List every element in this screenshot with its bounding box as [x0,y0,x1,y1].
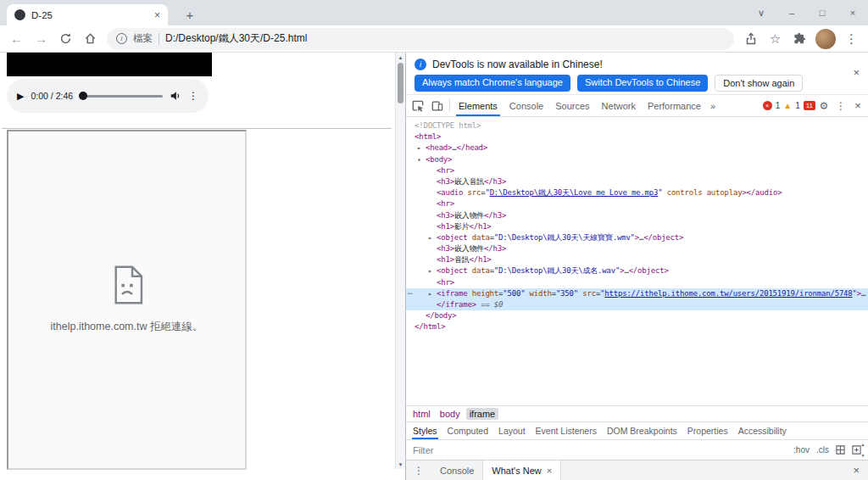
device-toolbar-icon[interactable] [427,95,447,116]
audio-menu-icon[interactable]: ⋮ [188,90,198,102]
tree-node[interactable]: </iframe> == $0 [406,299,868,310]
dom-breadcrumb: html body iframe [406,405,868,421]
scroll-down-icon[interactable]: ▼ [858,451,868,460]
breadcrumb-iframe[interactable]: iframe [466,408,499,420]
expand-arrow-icon[interactable]: ▸ [417,142,421,153]
devtools-menu-icon[interactable]: ⋮ [832,100,849,112]
browser-menu-icon[interactable]: ⋮ [840,27,863,50]
tab-console[interactable]: Console [504,95,549,116]
url-text[interactable]: D:/Desktop/鐵人30天/D-25.html [165,31,307,46]
tree-node[interactable]: ▸<head>…</head> [406,142,868,153]
tree-node[interactable]: <h3>嵌入物件</h3> [406,243,868,254]
switch-to-chinese-button[interactable]: Switch DevTools to Chinese [577,75,708,92]
tab-network[interactable]: Network [596,95,642,116]
tree-node[interactable]: </body> [406,310,868,321]
hover-state-toggle[interactable]: :hov [793,445,810,455]
drawer-tab-close-icon[interactable]: × [547,466,552,476]
expand-arrow-icon[interactable]: ▸ [428,265,432,276]
class-toggle[interactable]: .cls [816,445,829,455]
settings-gear-icon[interactable]: ⚙ [815,100,832,112]
drawer-tab-whats-new[interactable]: What's New × [482,460,561,480]
devtools-drawer: ⋮ Console What's New × × [406,460,868,480]
warning-icon[interactable]: ▲ [783,102,792,110]
extensions-puzzle-icon[interactable] [788,27,811,50]
tree-node[interactable]: ▾<body> [406,154,868,165]
scroll-down-icon[interactable]: ▼ [396,460,405,469]
match-language-button[interactable]: Always match Chrome's language [415,75,570,92]
breadcrumb-html[interactable]: html [409,408,434,420]
inspect-element-icon[interactable] [408,95,427,116]
tree-node[interactable]: <h1>音訊</h1> [406,254,868,265]
tab-elements[interactable]: Elements [453,95,504,116]
audio-seek-slider[interactable] [80,95,163,98]
expand-arrow-icon[interactable]: ▸ [428,288,432,299]
bookmark-star-icon[interactable]: ☆ [764,27,787,50]
tree-node[interactable]: <audio src="D:\Desktop\鐵人30天\Love_me_Lov… [406,187,868,198]
more-tabs-icon[interactable]: » [707,101,719,111]
back-icon[interactable]: ← [5,27,28,50]
drawer-close-icon[interactable]: × [844,464,868,477]
dont-show-again-button[interactable]: Don't show again [715,75,803,92]
scroll-up-icon[interactable]: ▲ [396,53,405,62]
tree-node[interactable]: </html> [406,321,868,332]
tab-event-listeners[interactable]: Event Listeners [531,422,602,439]
styles-pane-scrollbar[interactable]: ▲ ▼ [858,440,868,460]
issues-badge[interactable]: 11 [804,101,815,110]
node-more-actions-icon[interactable]: ⋯ [408,288,412,299]
tree-node[interactable]: ▸<object data="D:\Desktop\鐵人30天\天線寶寶.wmv… [406,232,868,243]
audio-play-icon[interactable]: ▶ [17,91,24,102]
tab-close-icon[interactable]: × [154,9,160,21]
expand-arrow-icon[interactable]: ▸ [428,232,432,243]
tab-favicon-icon [14,9,25,20]
devtools-close-icon[interactable]: × [849,99,866,112]
code-token: D:\Desktop\鐵人30天\Love_me_Love_me.mp3 [490,188,659,197]
window-close-button[interactable]: × [837,0,868,25]
tree-node[interactable]: <hr> [406,198,868,209]
tab-computed[interactable]: Computed [442,422,493,439]
styles-sidebar-tabs: Styles Computed Layout Event Listeners D… [406,421,868,439]
breadcrumb-body[interactable]: body [437,408,464,420]
forward-icon[interactable]: → [30,27,53,50]
tree-node[interactable]: <h1>影片</h1> [406,221,868,232]
tab-layout[interactable]: Layout [493,422,531,439]
profile-avatar[interactable] [815,29,836,49]
tree-node[interactable]: <hr> [406,165,868,176]
share-icon[interactable] [739,27,762,50]
styles-filter-input[interactable] [413,445,787,455]
tab-sources[interactable]: Sources [549,95,595,116]
error-count: 1 [776,101,781,110]
tab-dom-breakpoints[interactable]: DOM Breakpoints [602,422,682,439]
error-icon[interactable]: × [763,101,772,110]
tab-accessibility[interactable]: Accessibility [733,422,792,439]
grid-icon[interactable] [836,445,845,455]
tree-node[interactable]: ▸<object data="D:\Desktop\鐵人30天\成名.wav">… [406,265,868,276]
tab-properties[interactable]: Properties [682,422,733,439]
maximize-button[interactable]: □ [807,0,837,25]
audio-seek-thumb[interactable] [79,92,87,100]
collapse-arrow-icon[interactable]: ▾ [417,154,421,165]
refresh-icon[interactable] [54,27,77,50]
tree-node[interactable]: ⋯▸<iframe height="500" width="350" src="… [406,288,868,299]
page-scrollbar[interactable]: ▲ ▼ [395,53,405,469]
tree-node[interactable]: <h3>嵌入音訊</h3> [406,176,868,187]
drawer-tab-console[interactable]: Console [431,460,482,480]
audio-player[interactable]: ▶ 0:00 / 2:46 ⋮ [7,79,209,113]
scrollbar-thumb[interactable] [398,63,403,103]
tree-node[interactable]: <hr> [406,277,868,288]
browser-tab[interactable]: D-25 × [7,4,168,25]
home-icon[interactable] [79,27,102,50]
infobar-close-icon[interactable]: × [853,66,860,79]
new-tab-button[interactable]: + [180,4,200,25]
tree-node[interactable]: <!DOCTYPE html> [406,120,868,131]
tab-search-chevron-icon[interactable]: ∨ [746,0,776,25]
tab-styles[interactable]: Styles [408,422,442,439]
page-info-icon[interactable]: i [116,33,127,44]
scroll-up-icon[interactable]: ▲ [858,440,868,449]
address-bar[interactable]: i 檔案 D:/Desktop/鐵人30天/D-25.html [107,28,734,50]
tree-node[interactable]: <h3>嵌入物件</h3> [406,210,868,221]
audio-volume-icon[interactable] [170,90,181,102]
tab-performance[interactable]: Performance [642,95,707,116]
drawer-menu-icon[interactable]: ⋮ [406,465,431,477]
tree-node[interactable]: <html> [406,131,868,142]
minimize-button[interactable]: – [776,0,807,25]
